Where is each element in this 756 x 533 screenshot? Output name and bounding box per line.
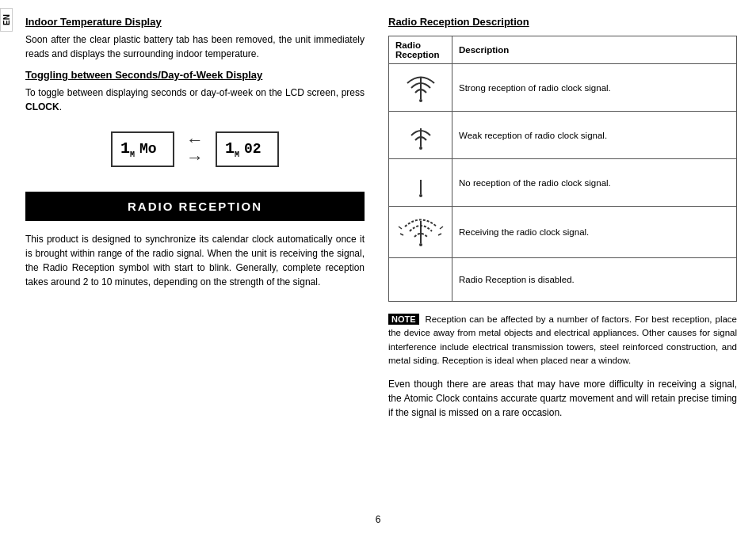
desc-receiving: Receiving the radio clock signal. [452,207,737,258]
svg-point-7 [419,243,422,246]
toggle-illustration: 1M Mo ← → 1M 02 [25,130,365,168]
lcd-box-2: 1M 02 [216,131,279,167]
icon-cell-disabled [389,258,452,302]
lcd-box-1: 1M Mo [111,131,174,167]
banner-text: RADIO RECEPTION [128,200,262,213]
desc-none: No reception of the radio clock signal. [452,159,737,207]
svg-line-9 [438,234,441,235]
table-row: Strong reception of radio clock signal. [389,64,737,112]
right-column: Radio Reception Description Radio Recept… [388,16,737,517]
section1-title: Indoor Temperature Display [25,16,365,28]
note-box: NOTE Reception can be affected by a numb… [388,313,737,367]
section1-text: Soon after the clear plastic battery tab… [25,32,365,61]
lcd1-char1: 1M [120,139,135,159]
arrow-right: → [186,147,204,168]
section2-text: To toggle between displaying seconds or … [25,86,365,114]
note-text: Reception can be affected by a number of… [388,314,737,365]
page-number: 6 [376,514,381,525]
en-label: EN [2,14,11,25]
icon-cell-weak [389,112,452,159]
table-title: Radio Reception Description [388,16,737,28]
signal-receiving-icon [397,211,445,251]
content-area: Indoor Temperature Display Soon after th… [0,0,756,533]
page-number-container: 6 [0,514,756,525]
icon-cell-strong [389,64,452,112]
icon-cell-none [389,159,452,207]
table-row: Radio Reception is disabled. [389,258,737,302]
table-header-row: Radio Reception Description [389,36,737,64]
lcd2-char2: 02 [244,141,262,157]
svg-line-8 [400,234,403,235]
arrow-container: ← → [186,130,204,168]
left-column: Indoor Temperature Display Soon after th… [16,16,365,517]
note-label: NOTE [388,314,419,325]
section2-title: Toggling between Seconds/Day-of-Week Dis… [25,69,365,81]
table-row: No reception of the radio clock signal. [389,159,737,207]
col-header-reception: Radio Reception [389,36,452,64]
desc-strong: Strong reception of radio clock signal. [452,64,737,112]
section3-text: This product is designed to synchronize … [25,232,365,289]
svg-point-3 [419,147,422,150]
radio-reception-table: Radio Reception Description [388,36,737,302]
radio-reception-banner: RADIO RECEPTION [25,192,365,221]
lcd2-char1: 1M [225,139,239,159]
svg-line-10 [399,227,402,229]
extra-text: Even though there are areas that may hav… [388,377,737,420]
lcd1-char2: Mo [139,141,157,157]
signal-none-icon [401,164,441,200]
signal-disabled-icon [405,263,437,295]
table-row: Weak reception of radio clock signal. [389,112,737,159]
svg-point-1 [419,99,422,102]
col-header-description: Description [452,36,737,64]
page-container: EN Indoor Temperature Display Soon after… [0,0,756,533]
svg-point-5 [419,194,422,197]
table-row: Receiving the radio clock signal. [389,207,737,258]
desc-weak: Weak reception of radio clock signal. [452,112,737,159]
desc-disabled: Radio Reception is disabled. [452,258,737,302]
svg-line-11 [440,227,443,229]
signal-strong-icon [401,69,441,105]
icon-cell-receiving [389,207,452,258]
signal-weak-icon [401,116,441,152]
en-tab: EN [0,8,13,32]
